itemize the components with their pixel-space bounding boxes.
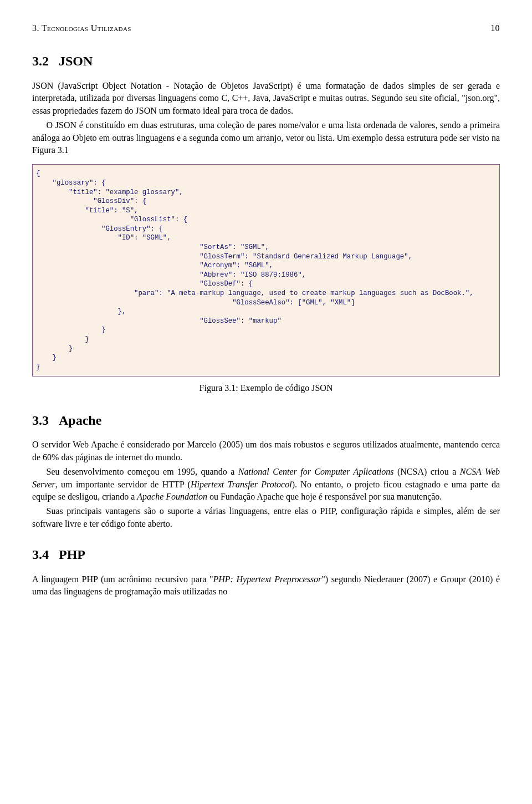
section-title: Apache: [59, 413, 101, 428]
text-run: A linguagem PHP (um acrônimo recursivo p…: [32, 574, 213, 584]
section-3-3-para-3: Suas principais vantagens são o suporte …: [32, 505, 500, 530]
section-3-3-para-2: Seu desenvolvimento começou em 1995, qua…: [32, 466, 500, 503]
italic-text: Apache Foundation: [137, 492, 207, 501]
page-header: 3. Tecnologias Utilizadas 10: [32, 22, 500, 34]
section-3-2-para-2: O JSON é constituído em duas estruturas,…: [32, 119, 500, 156]
section-3-2-heading: 3.2JSON: [32, 52, 500, 71]
italic-text: PHP: Hypertext Preprocessor: [213, 574, 321, 584]
section-number: 3.2: [32, 54, 49, 68]
section-3-3-para-1: O servidor Web Apache é considerado por …: [32, 439, 500, 464]
section-title: PHP: [59, 547, 85, 562]
text-run: (NCSA) criou a: [394, 467, 460, 476]
section-title: JSON: [59, 54, 93, 68]
section-3-3-heading: 3.3Apache: [32, 411, 500, 430]
section-3-2-para-1: JSON (JavaScript Object Notation - Notaç…: [32, 80, 500, 117]
chapter-label: 3. Tecnologias Utilizadas: [32, 22, 131, 34]
section-3-4-heading: 3.4PHP: [32, 546, 500, 564]
section-number: 3.4: [32, 547, 49, 562]
text-run: Seu desenvolvimento começou em 1995, qua…: [47, 467, 238, 476]
text-run: , um importante servidor de HTTP (: [55, 480, 191, 489]
section-number: 3.3: [32, 413, 49, 428]
page-number: 10: [490, 22, 500, 34]
figure-3-1-caption: Figura 3.1: Exemplo de código JSON: [32, 382, 500, 394]
section-3-4-para-1: A linguagem PHP (um acrônimo recursivo p…: [32, 573, 500, 598]
italic-text: National Center for Computer Aplications: [238, 467, 394, 476]
italic-text: Hipertext Transfer Protocol: [191, 480, 292, 489]
json-code-example: { "glossary": { "title": "example glossa…: [32, 164, 500, 376]
text-run: ou Fundação Apache que hoje é responsáve…: [207, 492, 442, 501]
